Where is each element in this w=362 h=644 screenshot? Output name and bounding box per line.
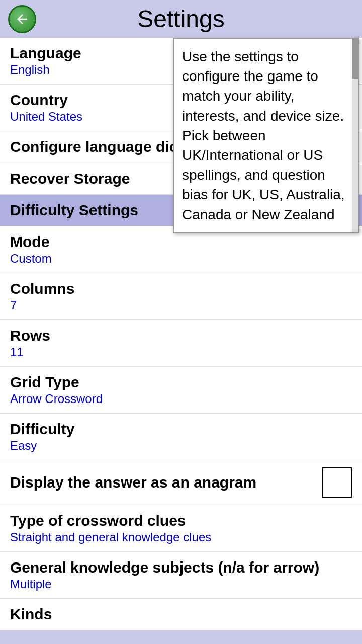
difficulty-label: Difficulty — [10, 421, 352, 438]
difficulty-settings-label: Difficulty Settings — [10, 202, 138, 218]
settings-item-anagram[interactable]: Display the answer as an anagram — [0, 460, 362, 505]
settings-item-mode[interactable]: Mode Custom — [0, 226, 362, 273]
mode-label: Mode — [10, 233, 352, 251]
tooltip-popup: Use the settings to configure the game t… — [173, 38, 359, 233]
clue-type-value: Straight and general knowledge clues — [10, 530, 352, 544]
settings-item-clue-type[interactable]: Type of crossword clues Straight and gen… — [0, 505, 362, 552]
mode-value: Custom — [10, 252, 352, 266]
settings-item-kinds[interactable]: Kinds — [0, 599, 362, 630]
grid-type-value: Arrow Crossword — [10, 392, 352, 406]
tooltip-text: Use the settings to configure the game t… — [182, 47, 350, 224]
general-knowledge-value: Multiple — [10, 577, 352, 591]
grid-type-label: Grid Type — [10, 374, 352, 391]
settings-item-grid-type[interactable]: Grid Type Arrow Crossword — [0, 367, 362, 414]
clue-type-label: Type of crossword clues — [10, 512, 352, 529]
columns-label: Columns — [10, 280, 352, 297]
settings-item-difficulty[interactable]: Difficulty Easy — [0, 414, 362, 460]
settings-item-general-knowledge[interactable]: General knowledge subjects (n/a for arro… — [0, 552, 362, 599]
general-knowledge-label: General knowledge subjects (n/a for arro… — [10, 559, 352, 576]
difficulty-value: Easy — [10, 439, 352, 453]
anagram-checkbox[interactable] — [322, 467, 352, 498]
scrollbar-track — [352, 39, 358, 232]
settings-item-rows[interactable]: Rows 11 — [0, 320, 362, 367]
scrollbar-thumb[interactable] — [352, 39, 358, 79]
settings-item-columns[interactable]: Columns 7 — [0, 273, 362, 320]
settings-content: Language English Country United States C… — [0, 38, 362, 630]
columns-value: 7 — [10, 298, 352, 312]
rows-label: Rows — [10, 327, 352, 344]
anagram-label: Display the answer as an anagram — [10, 474, 322, 491]
kinds-label: Kinds — [10, 606, 352, 623]
page-title: Settings — [8, 5, 354, 33]
rows-value: 11 — [10, 345, 352, 359]
header: Settings — [0, 0, 362, 38]
